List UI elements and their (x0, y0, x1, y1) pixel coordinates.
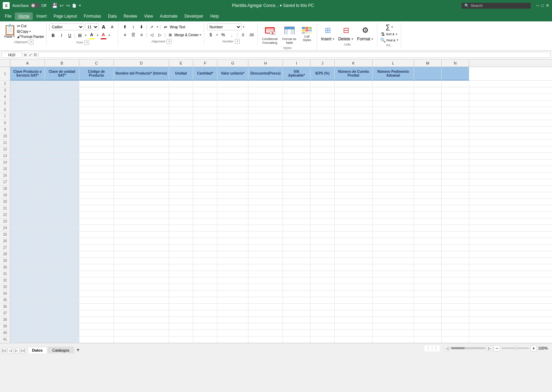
table-cell[interactable] (335, 212, 373, 218)
table-cell[interactable] (248, 323, 283, 330)
table-cell[interactable] (335, 81, 373, 87)
table-cell[interactable] (193, 159, 217, 166)
table-cell[interactable] (373, 291, 414, 297)
table-cell[interactable] (169, 127, 193, 133)
table-cell[interactable] (283, 186, 310, 192)
table-cell[interactable] (283, 245, 310, 251)
table-cell[interactable] (335, 107, 373, 113)
table-cell[interactable] (10, 251, 45, 257)
insert-dropdown[interactable]: ▼ (332, 38, 335, 41)
table-cell[interactable] (114, 251, 169, 257)
number-format-select[interactable]: Number General Currency Percentage (207, 23, 241, 30)
table-cell[interactable] (283, 140, 310, 146)
number-dialog-launcher[interactable]: ↗ (235, 39, 240, 44)
table-cell[interactable] (373, 205, 414, 212)
table-cell[interactable] (79, 153, 114, 159)
table-cell[interactable] (217, 205, 248, 212)
table-cell[interactable] (193, 94, 217, 100)
table-cell[interactable] (217, 238, 248, 244)
menu-formulas[interactable]: Formulas (80, 12, 105, 20)
table-cell[interactable] (45, 264, 79, 271)
table-cell[interactable] (414, 87, 442, 94)
header-cell-H[interactable]: Descuento(Pesos) (248, 67, 283, 80)
table-cell[interactable] (114, 258, 169, 264)
table-cell[interactable] (373, 336, 414, 343)
table-cell[interactable] (442, 258, 469, 264)
table-cell[interactable] (193, 100, 217, 107)
col-header-D[interactable]: D (114, 60, 169, 67)
col-header-I[interactable]: I (283, 60, 310, 67)
table-cell[interactable] (373, 120, 414, 126)
table-cell[interactable] (310, 336, 335, 343)
table-cell[interactable] (193, 107, 217, 113)
table-cell[interactable] (169, 251, 193, 257)
sheet-nav-next[interactable]: ▷ (14, 348, 19, 353)
table-cell[interactable] (169, 153, 193, 159)
table-cell[interactable] (310, 264, 335, 271)
increase-font-btn[interactable]: A (100, 23, 107, 30)
table-cell[interactable] (169, 107, 193, 113)
table-cell[interactable] (310, 225, 335, 231)
table-cell[interactable] (310, 212, 335, 218)
sheet-nav-prev[interactable]: ◁ (8, 348, 13, 353)
table-cell[interactable] (248, 277, 283, 284)
table-cell[interactable] (79, 127, 114, 133)
table-cell[interactable] (442, 133, 469, 139)
table-cell[interactable] (442, 218, 469, 225)
table-cell[interactable] (45, 225, 79, 231)
table-cell[interactable] (45, 146, 79, 153)
table-cell[interactable] (283, 251, 310, 257)
table-cell[interactable] (373, 277, 414, 284)
col-header-L[interactable]: L (373, 60, 414, 67)
table-cell[interactable] (45, 205, 79, 212)
table-cell[interactable] (283, 218, 310, 225)
table-cell[interactable] (169, 330, 193, 336)
sheet-tab-datos[interactable]: Datos (28, 347, 47, 353)
table-cell[interactable] (373, 310, 414, 316)
table-cell[interactable] (310, 94, 335, 100)
table-cell[interactable] (335, 114, 373, 120)
table-cell[interactable] (442, 304, 469, 310)
header-cell-E[interactable]: Unidad (169, 67, 193, 80)
table-cell[interactable] (414, 258, 442, 264)
table-cell[interactable] (193, 173, 217, 179)
table-cell[interactable] (193, 153, 217, 159)
table-cell[interactable] (45, 87, 79, 94)
table-cell[interactable] (442, 238, 469, 244)
menu-home[interactable]: Home (15, 12, 33, 20)
table-cell[interactable] (248, 192, 283, 198)
table-cell[interactable] (442, 245, 469, 251)
border-dropdown[interactable]: ▼ (85, 34, 87, 37)
table-cell[interactable] (283, 146, 310, 153)
table-cell[interactable] (169, 133, 193, 139)
table-cell[interactable] (310, 153, 335, 159)
table-cell[interactable] (10, 186, 45, 192)
table-cell[interactable] (193, 192, 217, 198)
header-cell-C[interactable]: Código de Producto (79, 67, 114, 80)
col-header-C[interactable]: C (79, 60, 114, 67)
header-cell-A[interactable]: Clave Producto oServicio SAT* (10, 67, 45, 80)
table-cell[interactable] (310, 297, 335, 303)
table-cell[interactable] (248, 232, 283, 238)
orientation-btn[interactable]: ↗ (148, 23, 156, 30)
table-cell[interactable] (45, 258, 79, 264)
table-cell[interactable] (283, 323, 310, 330)
table-cell[interactable] (193, 225, 217, 231)
table-cell[interactable] (79, 94, 114, 100)
table-cell[interactable] (310, 291, 335, 297)
table-cell[interactable] (283, 304, 310, 310)
table-cell[interactable] (414, 186, 442, 192)
table-cell[interactable] (248, 87, 283, 94)
table-cell[interactable] (169, 258, 193, 264)
table-cell[interactable] (217, 317, 248, 323)
table-cell[interactable] (414, 317, 442, 323)
table-cell[interactable] (373, 317, 414, 323)
table-cell[interactable] (248, 159, 283, 166)
table-cell[interactable] (114, 114, 169, 120)
table-cell[interactable] (169, 297, 193, 303)
col-header-A[interactable]: A (10, 60, 45, 67)
table-cell[interactable] (114, 245, 169, 251)
col-header-E[interactable]: E (169, 60, 193, 67)
table-cell[interactable] (310, 166, 335, 172)
table-cell[interactable] (79, 146, 114, 153)
